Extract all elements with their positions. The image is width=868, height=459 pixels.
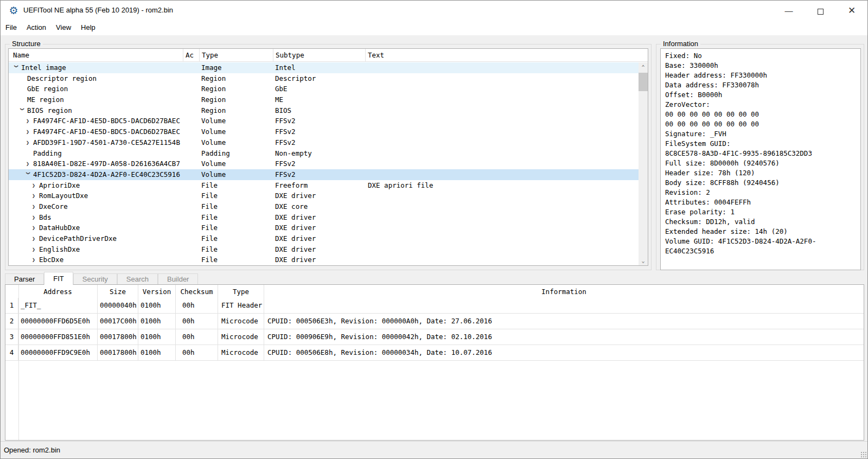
fit-cell-version: 0100h	[138, 329, 176, 345]
tree-cell-text	[366, 190, 639, 201]
info-line: Revision: 2	[665, 188, 860, 197]
menu-action[interactable]: Action	[22, 21, 51, 34]
column-header-subtype[interactable]: Subtype	[273, 49, 366, 61]
tree-cell-subtype: DXE driver	[273, 222, 366, 233]
fit-column-address[interactable]: Address	[18, 285, 98, 298]
column-header-type[interactable]: Type	[200, 49, 273, 61]
fit-cell-information: CPUID: 000906E9h, Revision: 00000042h, D…	[264, 329, 864, 345]
chevron-down-icon[interactable]: ❯	[23, 171, 34, 178]
fit-column-version[interactable]: Version	[138, 285, 176, 298]
chevron-right-icon[interactable]: ❯	[32, 190, 39, 201]
minimize-button[interactable]: —	[776, 1, 801, 21]
tree-cell-ac	[183, 222, 200, 233]
maximize-button[interactable]	[808, 1, 833, 21]
chevron-right-icon[interactable]: ❯	[32, 222, 39, 233]
tab-parser[interactable]: Parser	[5, 273, 44, 285]
chevron-right-icon[interactable]: ❯	[26, 116, 33, 126]
tree-cell-ac	[183, 254, 200, 265]
tree-cell-type: Volume	[200, 169, 273, 180]
menu-file[interactable]: File	[1, 21, 22, 34]
tree-row[interactable]: ❯EnglishDxeFileDXE driver	[9, 244, 639, 255]
scroll-down-icon[interactable]: ⌄	[639, 256, 648, 265]
tree-scrollbar[interactable]: ⌃ ⌄	[639, 62, 648, 265]
tree-cell-ac	[183, 180, 200, 191]
tree-row[interactable]: PaddingPaddingNon-empty	[9, 148, 639, 159]
tree-row[interactable]: ❯DxeCoreFileDXE core	[9, 201, 639, 212]
fit-table-body: 1_FIT_00000040h0100h00hFIT Header2000000…	[5, 298, 864, 361]
chevron-right-icon[interactable]: ❯	[26, 137, 33, 148]
tree-row[interactable]: ❯RomLayoutDxeFileDXE driver	[9, 190, 639, 201]
tree-cell-name: ❯FA4974FC-AF1D-4E5D-BDC5-DACD6D27BAEC	[9, 116, 183, 126]
tree-row[interactable]: ❯FA4974FC-AF1D-4E5D-BDC5-DACD6D27BAECVol…	[9, 126, 639, 137]
chevron-right-icon[interactable]: ❯	[32, 180, 39, 191]
chevron-right-icon[interactable]: ❯	[32, 212, 39, 223]
menu-view[interactable]: View	[51, 21, 76, 34]
tree-row[interactable]: ❯EbcDxeFileDXE driver	[9, 254, 639, 265]
info-line: Full size: 8D0000h (9240576)	[665, 158, 860, 168]
fit-table-row[interactable]: 400000000FFD9C9E0h00017800h0100h00hMicro…	[5, 345, 864, 361]
info-line: Erase polarity: 1	[665, 207, 860, 217]
tree-cell-type: File	[200, 180, 273, 191]
tree-row[interactable]: ❯AprioriDxeFileFreeformDXE apriori file	[9, 180, 639, 191]
chevron-right-icon[interactable]: ❯	[32, 201, 39, 212]
tree-row[interactable]: GbE regionRegionGbE	[9, 84, 639, 94]
menu-bar: FileActionViewHelp	[1, 21, 868, 35]
tree-cell-name: ❯DxeCore	[9, 201, 183, 212]
tree-row[interactable]: ❯4F1C52D3-D824-4D2A-A2F0-EC40C23C5916Vol…	[9, 169, 639, 180]
tree-row[interactable]: ❯AFDD39F1-19D7-4501-A730-CE5A27E1154BVol…	[9, 137, 639, 148]
tree-row[interactable]: ❯DataHubDxeFileDXE driver	[9, 222, 639, 233]
tree-row[interactable]: ❯FA4974FC-AF1D-4E5D-BDC5-DACD6D27BAECVol…	[9, 116, 639, 126]
close-button[interactable]: ✕	[839, 1, 864, 21]
window-title: UEFITool NE alpha 55 (Feb 10 2019) - rom…	[23, 6, 173, 14]
tree-cell-subtype: BIOS	[273, 105, 366, 116]
menu-help[interactable]: Help	[76, 21, 100, 34]
tree-row[interactable]: ❯818A40E1-D82E-497D-A058-D261636A4CB7Vol…	[9, 158, 639, 169]
indent-spacer	[20, 94, 27, 105]
fit-column-checksum[interactable]: Checksum	[176, 285, 218, 298]
chevron-right-icon[interactable]: ❯	[32, 233, 39, 244]
column-header-ac[interactable]: Ac	[183, 49, 200, 61]
chevron-right-icon[interactable]: ❯	[26, 158, 33, 169]
scrollbar-thumb[interactable]	[639, 73, 648, 91]
tree-row[interactable]: ❯Intel imageImageIntel	[9, 62, 639, 73]
fit-column-size[interactable]: Size	[98, 285, 138, 298]
tree-cell-type: Volume	[200, 116, 273, 126]
tree-cell-ac	[183, 212, 200, 223]
column-header-text[interactable]: Text	[366, 49, 648, 61]
tree-cell-name: ❯AFDD39F1-19D7-4501-A730-CE5A27E1154B	[9, 137, 183, 148]
tree-cell-text	[366, 233, 639, 244]
tree-row[interactable]: Descriptor regionRegionDescriptor	[9, 73, 639, 84]
tree-row[interactable]: ❯DevicePathDriverDxeFileDXE driver	[9, 233, 639, 244]
fit-table-row[interactable]: 200000000FFD6D5E0h00017C00h0100h00hMicro…	[5, 314, 864, 329]
chevron-right-icon[interactable]: ❯	[32, 244, 39, 255]
fit-cell-size: 00017C00h	[98, 314, 138, 329]
resize-grip-icon[interactable]	[860, 451, 867, 458]
tab-fit[interactable]: FIT	[44, 272, 73, 285]
tree-cell-name: ❯BIOS region	[9, 105, 183, 116]
tree-item-name: 818A40E1-D82E-497D-A058-D261636A4CB7	[33, 158, 180, 169]
tree-cell-type: File	[200, 233, 273, 244]
tree-item-name: GbE region	[27, 84, 68, 94]
fit-cell-version: 0100h	[138, 345, 176, 360]
fit-column-type[interactable]: Type	[218, 285, 264, 298]
chevron-down-icon[interactable]: ❯	[17, 107, 28, 114]
fit-table-row[interactable]: 300000000FFD851E0h00017800h0100h00hMicro…	[5, 329, 864, 345]
tree-cell-text	[366, 126, 639, 137]
column-header-name[interactable]: Name	[9, 49, 183, 61]
tree-item-name: EbcDxe	[39, 254, 63, 265]
tree-cell-text	[366, 94, 639, 105]
tree-cell-name: ❯4F1C52D3-D824-4D2A-A2F0-EC40C23C5916	[9, 169, 183, 180]
fit-cell-information	[264, 298, 864, 313]
tree-row[interactable]: ❯BdsFileDXE driver	[9, 212, 639, 223]
tree-cell-type: Region	[200, 73, 273, 84]
fit-column-information[interactable]: Information	[264, 285, 864, 298]
tree-row[interactable]: ME regionRegionME	[9, 94, 639, 105]
tree-cell-type: File	[200, 212, 273, 223]
tree-cell-subtype: DXE driver	[273, 254, 366, 265]
tree-row[interactable]: ❯BIOS regionRegionBIOS	[9, 105, 639, 116]
fit-table-row[interactable]: 1_FIT_00000040h0100h00hFIT Header	[5, 298, 864, 314]
chevron-down-icon[interactable]: ❯	[11, 65, 22, 72]
scroll-up-icon[interactable]: ⌃	[639, 62, 648, 72]
chevron-right-icon[interactable]: ❯	[26, 126, 33, 137]
chevron-right-icon[interactable]: ❯	[32, 254, 39, 265]
